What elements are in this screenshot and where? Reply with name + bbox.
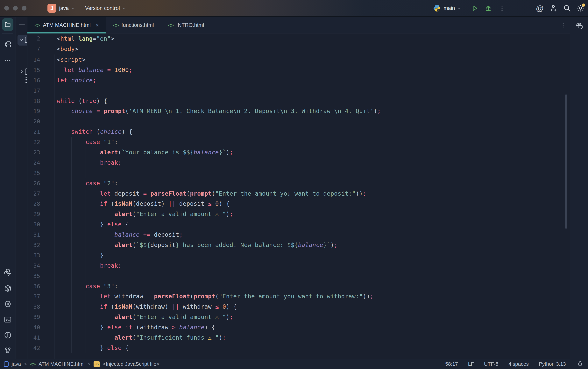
code-line-39[interactable]: 39 alert("Enter a valid amount ⚠ "); [28,312,569,322]
line-number[interactable]: 14 [28,55,40,65]
line-number[interactable]: 23 [28,147,40,158]
line-number[interactable]: 17 [28,86,40,96]
line-number[interactable]: 25 [28,168,40,178]
line-number[interactable]: 40 [28,322,40,333]
line-number[interactable]: 18 [28,96,40,106]
tab-atm-machine-html[interactable]: <>ATM MACHINE.html× [27,17,106,33]
line-number[interactable]: 42 [28,343,40,353]
project-avatar[interactable]: J [48,4,56,13]
code-line-14[interactable]: 14<script> [28,55,569,65]
line-number[interactable]: 7 [28,44,40,54]
code-line-28[interactable]: 28 if (isNaN(deposit) || deposit ≤ 0) { [28,199,569,209]
services-button[interactable] [3,300,12,308]
line-number[interactable]: 29 [28,209,40,219]
settings-button[interactable] [576,4,585,12]
ai-chat-button[interactable] [575,21,584,30]
terminal-button[interactable] [3,315,12,324]
code-line-42[interactable]: 42 } else { [28,343,569,353]
line-number[interactable]: 28 [28,199,40,209]
problems-button[interactable] [3,331,12,339]
code-line-15[interactable]: 15 let balance = 1000; [28,65,569,75]
line-number[interactable]: 27 [28,189,40,199]
code-line-20[interactable]: 20 [28,116,569,127]
code-line-27[interactable]: 27 let deposit = parseFloat(prompt("Ente… [28,189,569,199]
code-line-7[interactable]: 7<body> [28,44,569,54]
breadcrumb-file[interactable]: ATM MACHINE.html [39,361,84,367]
line-number[interactable]: 35 [28,271,40,281]
line-number[interactable]: 34 [28,261,40,271]
line-number[interactable]: 36 [28,281,40,292]
encoding-widget[interactable]: UTF-8 [484,361,498,367]
python-packages-button[interactable] [3,284,12,293]
macos-window-controls[interactable] [4,6,26,10]
code-line-30[interactable]: 30 } else { [28,219,569,230]
code-line-35[interactable]: 35 [28,271,569,281]
line-number[interactable]: 31 [28,230,40,240]
indent-widget[interactable]: 4 spaces [508,361,529,367]
project-panel-collapsed[interactable] [16,17,27,359]
line-number[interactable]: 2 [28,33,40,44]
line-number[interactable]: 15 [28,65,40,75]
code-line-25[interactable]: 25 [28,168,569,178]
project-switcher[interactable]: java [59,5,69,11]
line-number[interactable]: 24 [28,158,40,168]
line-number[interactable]: 33 [28,250,40,261]
breadcrumb-injected-file[interactable]: <Injected JavaScript file> [103,361,159,367]
code-line-33[interactable]: 33 } [28,250,569,261]
minimize-window-button[interactable] [13,6,18,10]
line-number[interactable]: 37 [28,291,40,302]
line-number[interactable]: 32 [28,240,40,250]
line-number[interactable]: 19 [28,106,40,116]
code-line-40[interactable]: 40 } else if (withdraw > balance) { [28,322,569,333]
more-actions-button[interactable] [498,4,506,12]
read-write-lock-icon[interactable] [577,360,583,368]
code-line-2[interactable]: 2<html lang="en"> [28,33,569,44]
code-line-36[interactable]: 36 case "3": [28,281,569,292]
breadcrumb-project[interactable]: java [12,361,21,367]
line-number[interactable]: 21 [28,127,40,137]
interpreter-widget[interactable]: Python 3.13 [539,361,566,367]
code-line-24[interactable]: 24 break; [28,158,569,168]
tree-collapsed-chevron-icon[interactable] [19,69,24,74]
tab-intro-html[interactable]: <>INTRO.html [161,17,211,33]
line-separator-widget[interactable]: LF [468,361,474,367]
line-number[interactable]: 22 [28,137,40,147]
code-line-34[interactable]: 34 break; [28,261,569,271]
code-line-31[interactable]: 31 balance += deposit; [28,230,569,240]
structure-tool-window-button[interactable] [3,40,12,49]
tab-functions-html[interactable]: <>functions.html [106,17,161,33]
code-line-23[interactable]: 23 alert(`Your balance is $${balance}`); [28,147,569,158]
code-with-me-button[interactable] [549,4,558,12]
caret-position-widget[interactable]: 58:17 [445,361,458,367]
version-control-button[interactable] [3,346,12,355]
line-number[interactable]: 20 [28,116,40,127]
editor-scrollbar[interactable] [565,94,567,229]
zoom-window-button[interactable] [22,6,26,10]
line-number[interactable]: 30 [28,219,40,230]
code-line-29[interactable]: 29 alert("Enter a valid amount ⚠ "); [28,209,569,219]
run-configuration-selector[interactable]: main [443,5,455,11]
line-number[interactable]: 16 [28,75,40,86]
close-window-button[interactable] [4,6,9,10]
code-line-37[interactable]: 37 let withdraw = parseFloat(prompt("Ent… [28,291,569,302]
line-number[interactable]: 39 [28,312,40,322]
code-line-22[interactable]: 22 case "1": [28,137,569,147]
line-number[interactable]: 38 [28,302,40,312]
hide-panel-button[interactable] [19,24,25,25]
more-tool-windows-button[interactable] [3,56,12,65]
code-line-18[interactable]: 18while (true) { [28,96,569,106]
project-tool-window-button[interactable] [2,18,13,31]
debug-button[interactable] [484,4,493,12]
code-line-19[interactable]: 19 choice = prompt('ATM MENU \n 1. Check… [28,106,569,116]
python-console-button[interactable] [3,268,12,277]
close-tab-icon[interactable]: × [96,22,99,28]
code-line-38[interactable]: 38 if (isNaN(withdraw) || withdraw ≤ 0) … [28,302,569,312]
code-editor[interactable]: 2<html lang="en">7<body> 14<script>15 le… [28,33,569,359]
code-line-16[interactable]: 16let choice; [28,75,569,86]
code-line-41[interactable]: 41 alert("Insufficient funds ⚠ "); [28,333,569,343]
tree-expanded-chevron-icon[interactable] [19,37,24,43]
line-number[interactable]: 41 [28,333,40,343]
search-everywhere-button[interactable] [563,4,571,12]
code-line-21[interactable]: 21 switch (choice) { [28,127,569,137]
run-button[interactable] [470,4,479,12]
